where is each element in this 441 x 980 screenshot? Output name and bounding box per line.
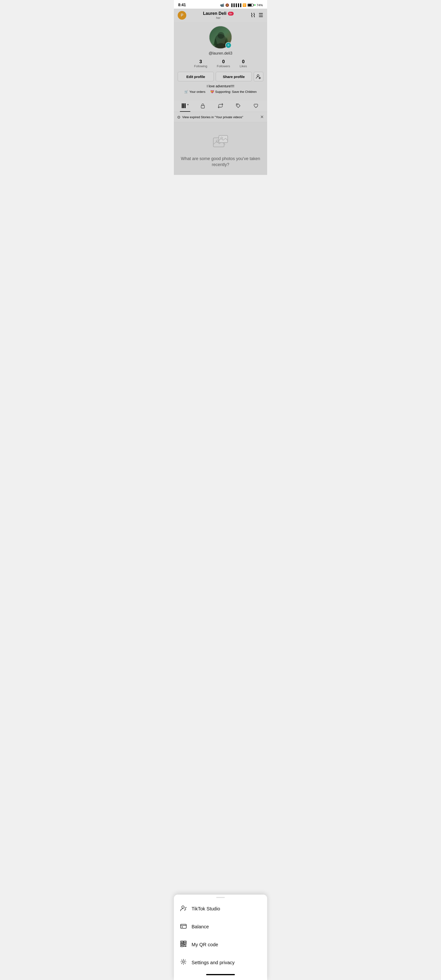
story-notice: ⊙ View expired Stories in "Your private … (174, 112, 267, 122)
empty-state-text: What are some good photos you've taken r… (179, 156, 262, 168)
battery-dot (254, 4, 255, 6)
svg-rect-9 (183, 103, 184, 108)
grid-chevron: ▾ (187, 103, 189, 110)
battery-fill (248, 4, 252, 6)
stat-likes[interactable]: 0 Likes (240, 59, 247, 68)
orders-label: Your orders (189, 90, 205, 94)
promo-row: 🛒 Your orders 💝 Supporting: Save the Chi… (184, 90, 257, 94)
status-bar: 8:41 📹 🔕 ▐▐▐▐▐ 🛜 74% (174, 0, 267, 9)
empty-state: What are some good photos you've taken r… (174, 122, 267, 175)
bio-text: I love adventure!!!! (207, 84, 234, 88)
promo-orders[interactable]: 🛒 Your orders (184, 90, 205, 94)
lock-icon (200, 103, 205, 110)
grid-icon (181, 103, 187, 110)
tag-icon (236, 103, 241, 110)
likes-count: 0 (242, 59, 245, 64)
story-notice-text: View expired Stories in "Your private vi… (182, 115, 243, 119)
tab-private[interactable] (194, 101, 212, 112)
add-friend-icon (256, 74, 261, 79)
mute-icon: 🔕 (225, 3, 229, 7)
charity-label: Supporting: Save the Children (215, 90, 257, 94)
tab-liked[interactable] (247, 101, 265, 112)
share-profile-button[interactable]: Share profile (216, 72, 252, 81)
battery-percent: 74% (257, 3, 263, 7)
profile-content: + @lauren.deli3 3 Following 0 Followers … (174, 22, 267, 101)
tab-grid[interactable]: ▾ (176, 101, 194, 112)
battery-icon (247, 3, 253, 7)
cart-icon: 🛒 (184, 90, 188, 94)
avatar-container: + (209, 26, 232, 49)
action-buttons: Edit profile Share profile (178, 72, 263, 81)
followers-count: 0 (222, 59, 225, 64)
notification-badge[interactable]: 9+ (228, 12, 234, 16)
edit-profile-button[interactable]: Edit profile (178, 72, 214, 81)
top-nav: P Lauren Deli 9+ her ⌇⌇ ☰ (174, 9, 267, 22)
following-label: Following (194, 64, 207, 68)
avatar-add-icon[interactable]: + (225, 42, 232, 48)
profile-name: Lauren Deli (203, 11, 227, 16)
stats-row: 3 Following 0 Followers 0 Likes (194, 59, 247, 68)
story-close-button[interactable]: ✕ (260, 115, 264, 119)
svg-rect-11 (201, 105, 205, 108)
camera-icon: 📹 (220, 3, 224, 7)
heart-ribbon-icon: 💝 (210, 90, 214, 94)
nav-right: ⌇⌇ ☰ (251, 12, 263, 19)
nav-subtitle: her (216, 16, 221, 20)
status-time: 8:41 (178, 3, 186, 7)
story-notice-content[interactable]: ⊙ View expired Stories in "Your private … (177, 115, 243, 119)
wifi-icon: 🛜 (243, 3, 246, 7)
svg-point-5 (257, 75, 259, 76)
battery-indicator: 74% (247, 3, 263, 7)
empty-photos-icon (212, 134, 229, 152)
svg-rect-10 (185, 103, 186, 108)
profile-background: P Lauren Deli 9+ her ⌇⌇ ☰ (174, 9, 267, 175)
stat-following[interactable]: 3 Following (194, 59, 207, 68)
tab-repost[interactable] (212, 101, 229, 112)
svg-point-12 (237, 105, 238, 105)
promo-charity[interactable]: 💝 Supporting: Save the Children (210, 90, 257, 94)
status-icons: 📹 🔕 ▐▐▐▐▐ 🛜 74% (220, 3, 263, 7)
followers-label: Followers (217, 64, 230, 68)
repost-icon (218, 103, 223, 110)
story-upload-icon: ⊙ (177, 115, 180, 119)
svg-point-2 (217, 32, 224, 39)
nav-title: Lauren Deli 9+ (203, 11, 234, 16)
nav-avatar[interactable]: P (178, 11, 186, 20)
tab-tagged[interactable] (229, 101, 247, 112)
nav-title-area: Lauren Deli 9+ her (203, 11, 234, 20)
liked-icon (253, 103, 259, 110)
reels-icon[interactable]: ⌇⌇ (251, 12, 255, 19)
likes-label: Likes (240, 64, 247, 68)
signal-icon: ▐▐▐▐▐ (230, 3, 241, 7)
username: @lauren.deli3 (209, 51, 232, 56)
tab-bar: ▾ (174, 101, 267, 112)
add-friend-button[interactable] (254, 72, 263, 81)
svg-rect-8 (182, 103, 183, 108)
following-count: 3 (199, 59, 202, 64)
stat-followers[interactable]: 0 Followers (217, 59, 230, 68)
menu-icon[interactable]: ☰ (259, 12, 263, 18)
